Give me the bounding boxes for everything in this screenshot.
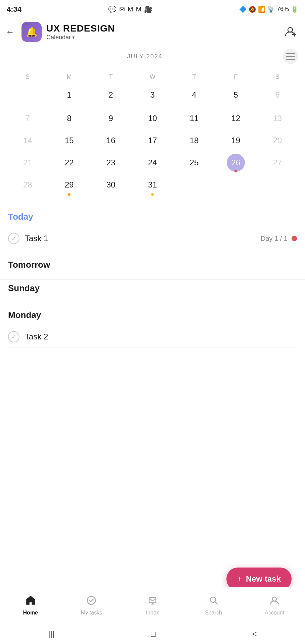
- tomorrow-section-label: Tomorrow: [8, 260, 297, 270]
- task-1-right: Day 1 / 1: [261, 235, 297, 243]
- bluetooth-icon: 🔷: [239, 6, 247, 13]
- nav-item-search[interactable]: Search: [183, 595, 244, 616]
- nav-item-inbox[interactable]: Inbox: [122, 595, 183, 616]
- event-dot-29: [68, 193, 71, 196]
- calendar-cell-31[interactable]: 31: [132, 174, 173, 197]
- account-icon: [269, 595, 279, 608]
- calendar-view-toggle-button[interactable]: [283, 49, 298, 64]
- app-logo: 🔔: [21, 22, 42, 42]
- calendar-cell-23[interactable]: 23: [90, 152, 132, 173]
- today-section-label: Today: [8, 212, 297, 222]
- calendar-cell-14[interactable]: 14: [7, 130, 48, 151]
- calendar-cell-20[interactable]: 20: [257, 130, 298, 151]
- add-user-icon: [285, 26, 297, 38]
- calendar-cell-9[interactable]: 9: [90, 108, 132, 129]
- calendar-week-4: 21 22 23 24 25 26 27: [7, 152, 298, 173]
- calendar-dropdown[interactable]: Calendar ▾: [46, 34, 115, 41]
- calendar-cell-22[interactable]: 22: [48, 152, 90, 173]
- home-icon: [26, 595, 36, 608]
- task-1-check[interactable]: ✓: [8, 233, 19, 244]
- project-title: UX REDESIGN: [46, 23, 115, 34]
- nav-item-mytasks[interactable]: My tasks: [61, 595, 122, 616]
- calendar-week-1: 1 2 3 4 5 6: [7, 85, 298, 107]
- calendar-cell-empty4: [257, 174, 298, 197]
- nav-inbox-label: Inbox: [146, 610, 159, 616]
- back-system-button[interactable]: <: [246, 627, 264, 641]
- gmail3-icon: M: [136, 5, 142, 13]
- calendar-week-2: 7 8 9 10 11 12 13: [7, 108, 298, 129]
- calendar-cell-11[interactable]: 11: [173, 108, 215, 129]
- video-icon: 🎥: [144, 5, 152, 13]
- task-item-2[interactable]: ✓ Task 2: [8, 326, 297, 347]
- battery-icon: 🔋: [291, 6, 298, 13]
- calendar-cell-1[interactable]: 1: [48, 85, 90, 107]
- day-header-t1: T: [90, 71, 132, 83]
- nav-item-home[interactable]: Home: [0, 595, 61, 616]
- calendar-cell-12[interactable]: 12: [215, 108, 257, 129]
- battery-percent: 76%: [277, 6, 289, 13]
- calendar-cell-16[interactable]: 16: [90, 130, 132, 151]
- status-bar: 4:34 💬 ✉ M M 🎥 🔷 🔕 📶 📡 76% 🔋: [0, 0, 305, 18]
- task-1-badge: Day 1 / 1: [261, 235, 288, 243]
- calendar-cell-4[interactable]: 4: [173, 85, 215, 107]
- header-left: ← 🔔 UX REDESIGN Calendar ▾: [3, 22, 115, 42]
- calendar-cell-19[interactable]: 19: [215, 130, 257, 151]
- calendar-cell-3[interactable]: 3: [132, 85, 173, 107]
- task-2-name: Task 2: [25, 332, 48, 341]
- app-logo-icon: 🔔: [26, 26, 38, 38]
- monday-section-label: Monday: [8, 310, 297, 320]
- back-button[interactable]: ←: [3, 25, 17, 39]
- svg-point-9: [272, 597, 276, 601]
- task-1-priority-dot: [292, 236, 297, 241]
- calendar-cell-7[interactable]: 7: [7, 108, 48, 129]
- calendar-cell-28[interactable]: 28: [7, 174, 48, 197]
- calendar-cell-24[interactable]: 24: [132, 152, 173, 173]
- calendar-week-3: 14 15 16 17 18 19 20: [7, 130, 298, 151]
- calendar-cell-empty3: [215, 174, 257, 197]
- task-2-check[interactable]: ✓: [8, 331, 19, 342]
- bottom-navigation: Home My tasks Inbox Search: [0, 587, 305, 624]
- calendar-cell-29[interactable]: 29: [48, 174, 90, 197]
- signal-icon: 📡: [267, 6, 275, 13]
- nav-item-account[interactable]: Account: [244, 595, 305, 616]
- calendar-cell-5[interactable]: 5: [215, 85, 257, 107]
- day-header-s: S: [7, 71, 48, 83]
- calendar-cell-15[interactable]: 15: [48, 130, 90, 151]
- menu-button[interactable]: |||: [41, 627, 61, 641]
- list-view-icon: [286, 53, 295, 60]
- calendar-cell-27[interactable]: 27: [257, 152, 298, 173]
- day-header-m: M: [48, 71, 90, 83]
- svg-rect-4: [286, 56, 295, 57]
- calendar-cell-21[interactable]: 21: [7, 152, 48, 173]
- status-icons: 💬 ✉ M M 🎥: [108, 5, 152, 13]
- tasks-container: Today ✓ Task 1 Day 1 / 1 Tomorrow Sunday…: [0, 205, 305, 354]
- calendar-cell-empty2: [173, 174, 215, 197]
- svg-rect-5: [286, 59, 295, 60]
- calendar-cell-2[interactable]: 2: [90, 85, 132, 107]
- calendar-cell-empty1: [7, 85, 48, 107]
- add-user-button[interactable]: [284, 24, 298, 39]
- app-header: ← 🔔 UX REDESIGN Calendar ▾: [0, 18, 305, 45]
- calendar-cell-17[interactable]: 17: [132, 130, 173, 151]
- task-1-name: Task 1: [25, 234, 48, 243]
- svg-line-8: [215, 602, 217, 604]
- task-item-1[interactable]: ✓ Task 1 Day 1 / 1: [8, 228, 297, 249]
- calendar-cell-18[interactable]: 18: [173, 130, 215, 151]
- svg-rect-3: [286, 53, 295, 54]
- calendar-cell-26-today[interactable]: 26: [215, 152, 257, 173]
- day-header-f: F: [215, 71, 257, 83]
- calendar-cell-6[interactable]: 6: [257, 85, 298, 107]
- today-section: Today ✓ Task 1 Day 1 / 1: [0, 205, 305, 256]
- calendar-cell-10[interactable]: 10: [132, 108, 173, 129]
- plus-icon: +: [237, 574, 243, 584]
- task-1-left: ✓ Task 1: [8, 233, 48, 244]
- calendar-cell-30[interactable]: 30: [90, 174, 132, 197]
- home-button[interactable]: □: [144, 627, 163, 641]
- nav-search-label: Search: [205, 610, 222, 616]
- calendar-cell-8[interactable]: 8: [48, 108, 90, 129]
- calendar-cell-13[interactable]: 13: [257, 108, 298, 129]
- calendar-cell-25[interactable]: 25: [173, 152, 215, 173]
- nav-home-label: Home: [23, 610, 38, 616]
- calendar-week-5: 28 29 30 31: [7, 174, 298, 197]
- day-header-t2: T: [173, 71, 215, 83]
